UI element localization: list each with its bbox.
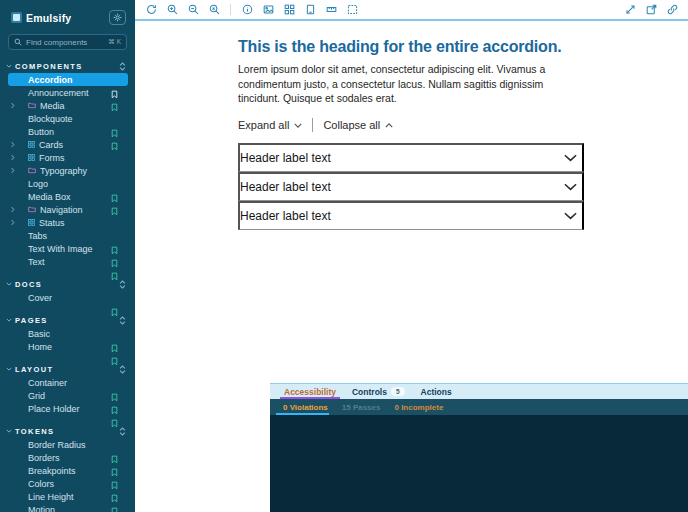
sidebar-item-tabs[interactable]: Tabs <box>8 229 128 242</box>
chevron-right-icon <box>11 102 15 109</box>
section-label: COMPONENTS <box>15 62 116 71</box>
sidebar-item-announcement[interactable]: Announcement <box>8 86 128 99</box>
expand-collapse-all-icon[interactable] <box>119 62 126 71</box>
toolbar-zoom-reset-button[interactable] <box>206 2 222 17</box>
zoom-in-icon <box>167 4 178 15</box>
collapse-all-button[interactable]: Collapse all <box>323 119 393 131</box>
remount-icon <box>146 4 157 15</box>
a11y-subtab-bar: 0 Violations15 Passes0 Incomplete <box>270 399 688 415</box>
accordion-header-3[interactable]: Header label text <box>238 201 584 230</box>
sidebar-item-line-height[interactable]: Line Height <box>8 490 128 503</box>
fullscreen-icon <box>625 4 636 15</box>
sidebar-item-breakpoints[interactable]: Breakpoints <box>8 464 128 477</box>
toolbar-grid-button[interactable] <box>281 2 297 17</box>
toolbar-zoom-in-button[interactable] <box>164 2 180 17</box>
section-label: DOCS <box>15 280 116 289</box>
sidebar-item-label: Typography <box>40 166 87 176</box>
toolbar-viewport-button[interactable] <box>302 2 318 17</box>
sidebar-item-navigation[interactable]: Navigation <box>8 203 128 216</box>
sidebar: Emulsify ⌘ K COMPONENTSAccordionAnnounce… <box>0 0 135 512</box>
tab-label: Accessibility <box>284 387 336 397</box>
sidebar-item-label: Blockquote <box>28 114 73 124</box>
viewport-icon <box>305 4 316 15</box>
background-icon <box>263 4 274 15</box>
sidebar-item-cards[interactable]: Cards <box>8 138 128 151</box>
panel-tab-controls[interactable]: Controls5 <box>344 384 413 399</box>
sidebar-section-tokens: TOKENSBorder RadiusBordersBreakpointsCol… <box>0 424 135 512</box>
sidebar-item-container[interactable]: Container <box>8 376 128 389</box>
sidebar-item-border-radius[interactable]: Border Radius <box>8 438 128 451</box>
sidebar-item-label: Container <box>28 378 67 388</box>
a11y-subtab-15-passes[interactable]: 15 Passes <box>335 399 388 415</box>
toolbar-divider <box>230 4 231 15</box>
link-icon <box>667 4 678 15</box>
sidebar-item-status[interactable]: Status <box>8 216 128 229</box>
sidebar-item-cover[interactable]: Cover <box>8 291 128 304</box>
addons-panel: AccessibilityControls5Actions 0 Violatio… <box>270 383 688 512</box>
sidebar-item-motion[interactable]: Motion <box>8 503 128 512</box>
chevron-right-icon <box>11 219 15 226</box>
sidebar-item-accordion[interactable]: Accordion <box>8 73 128 86</box>
sidebar-item-label: Tabs <box>28 231 47 241</box>
toolbar-measure-button[interactable] <box>323 2 339 17</box>
search-input[interactable] <box>26 38 104 47</box>
subtab-label: 15 Passes <box>342 403 381 412</box>
sidebar-item-home[interactable]: Home <box>8 340 128 353</box>
toolbar-remount-button[interactable] <box>143 2 159 17</box>
toolbar-fullscreen-button[interactable] <box>622 2 638 17</box>
sidebar-item-media[interactable]: Media <box>8 99 128 112</box>
toolbar-right-group <box>622 2 680 17</box>
a11y-panel-body: ✓ Tests completed <box>270 415 688 512</box>
sidebar-item-borders[interactable]: Borders <box>8 451 128 464</box>
chevron-down-icon <box>294 123 302 128</box>
sidebar-item-place-holder[interactable]: Place Holder <box>8 402 128 415</box>
sidebar-item-text[interactable]: Text <box>8 255 128 268</box>
toolbar-outline-button[interactable] <box>344 2 360 17</box>
chevron-up-icon <box>385 123 393 128</box>
brand[interactable]: Emulsify <box>11 12 71 24</box>
sidebar-item-label: Border Radius <box>28 440 86 450</box>
sidebar-item-label: Accordion <box>28 75 73 85</box>
section-header-components[interactable]: COMPONENTS <box>0 59 135 73</box>
accordion-header-2[interactable]: Header label text <box>238 172 584 201</box>
subtab-label: 0 Violations <box>283 403 328 412</box>
sidebar-item-basic[interactable]: Basic <box>8 327 128 340</box>
panel-tab-accessibility[interactable]: Accessibility <box>276 384 344 399</box>
toolbar-info-button[interactable] <box>239 2 255 17</box>
panel-tab-actions[interactable]: Actions <box>413 384 460 399</box>
search-icon <box>14 38 22 46</box>
accordion-list: Header label textHeader label textHeader… <box>238 143 584 230</box>
toolbar-background-button[interactable] <box>260 2 276 17</box>
chevron-down-icon <box>564 212 577 220</box>
a11y-subtab-0-violations[interactable]: 0 Violations <box>276 399 335 415</box>
toolbar-zoom-out-button[interactable] <box>185 2 201 17</box>
zoom-reset-icon <box>209 4 220 15</box>
sidebar-item-text-with-image[interactable]: Text With Image <box>8 242 128 255</box>
accordion-header-1[interactable]: Header label text <box>238 143 584 172</box>
section-label: TOKENS <box>15 427 116 436</box>
sidebar-item-colors[interactable]: Colors <box>8 477 128 490</box>
sidebar-settings-button[interactable] <box>109 10 126 25</box>
main-area: This is the heading for the entire accor… <box>135 0 688 512</box>
sidebar-item-label: Status <box>39 218 65 228</box>
canvas-toolbar <box>135 0 688 21</box>
sidebar-item-logo[interactable]: Logo <box>8 177 128 190</box>
sidebar-item-blockquote[interactable]: Blockquote <box>8 112 128 125</box>
search-box[interactable]: ⌘ K <box>8 34 127 50</box>
component-icon <box>28 141 35 148</box>
sidebar-item-grid[interactable]: Grid <box>8 389 128 402</box>
sidebar-item-forms[interactable]: Forms <box>8 151 128 164</box>
story-icon <box>111 272 135 281</box>
sidebar-section-layout: LAYOUTContainerGridPlace Holder <box>0 362 135 415</box>
expand-all-button[interactable]: Expand all <box>238 119 302 131</box>
sidebar-item-typography[interactable]: Typography <box>8 164 128 177</box>
sidebar-item-media-box[interactable]: Media Box <box>8 190 128 203</box>
sidebar-item-label: Media Box <box>28 192 71 202</box>
toolbar-open-new-tab-button[interactable] <box>643 2 659 17</box>
toolbar-link-button[interactable] <box>664 2 680 17</box>
a11y-subtab-0-incomplete[interactable]: 0 Incomplete <box>387 399 450 415</box>
sidebar-item-button[interactable]: Button <box>8 125 128 138</box>
component-icon <box>28 219 35 226</box>
folder-icon <box>28 206 36 213</box>
sidebar-item-label: Cover <box>28 293 52 303</box>
